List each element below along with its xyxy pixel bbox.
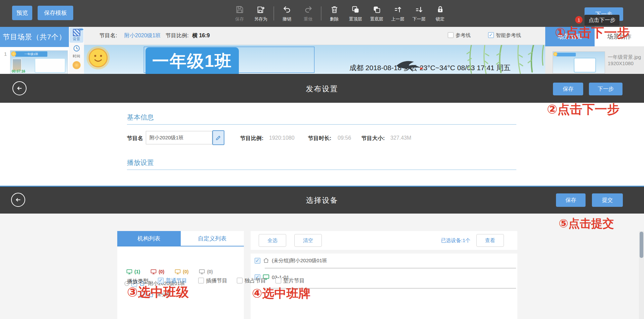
tutorial-step-badge: 1 xyxy=(575,16,583,24)
warning-device-count: (0) xyxy=(174,269,188,275)
device-group-row[interactable]: (未分组)附小2020级01班 xyxy=(255,257,327,264)
background-asset-label: 一年级背景.jpg 1920X1080 xyxy=(608,54,641,66)
asset-filename: 一年级背景.jpg xyxy=(608,54,641,60)
scrollbar-thumb[interactable] xyxy=(640,232,643,258)
filler-program-checkbox[interactable] xyxy=(275,278,281,283)
whiteboard-graphic xyxy=(35,58,66,73)
tab-custom-list[interactable]: 自定义列表 xyxy=(181,231,244,246)
edit-name-button[interactable] xyxy=(212,130,224,145)
sun-graphic xyxy=(85,45,114,74)
device-save-button[interactable]: 保存 xyxy=(556,193,586,207)
pencil-icon xyxy=(215,134,222,141)
save-as-icon xyxy=(256,5,265,15)
student-photo-graphic xyxy=(12,59,22,71)
smart-refline-checkbox[interactable] xyxy=(488,32,494,38)
play-type-exclusive: 独占节目 xyxy=(237,277,266,284)
normal-program-checkbox[interactable] xyxy=(158,278,164,283)
toolbar-separator xyxy=(321,6,321,20)
save-as-tool-button[interactable]: 另存为 xyxy=(252,5,269,22)
view-selected-button[interactable]: 查看 xyxy=(476,234,504,247)
group-checkbox[interactable] xyxy=(255,258,260,264)
online-device-count: (1) xyxy=(126,269,140,275)
unknown-device-count: (0) xyxy=(199,269,213,275)
tutorial-tooltip: 点击下一步 xyxy=(585,15,619,26)
home-icon xyxy=(263,257,269,264)
thumb-title-strip xyxy=(556,53,576,56)
delete-tool-button[interactable]: 删除 xyxy=(326,5,343,22)
ratio-field-value: 1920:1080 xyxy=(269,135,295,141)
scrollbar[interactable] xyxy=(639,231,644,319)
publish-next-button[interactable]: 下一步 xyxy=(589,83,622,95)
section-divider xyxy=(127,124,516,125)
bring-to-front-tool-button[interactable]: 置顶层 xyxy=(347,5,364,22)
program-info-bar: 节目名: 附小2020级1班 节目比例: 横 16:9 参考线 智能参考线 xyxy=(83,27,545,45)
editor-toolbar: 保存 另存为 撤销 重做 删除 置顶层 置底层 上一层 xyxy=(231,3,448,24)
org-tree-box: 机构列表 自定义列表 (1) (0) (0) (0) xyxy=(117,231,244,319)
redo-tool-button[interactable]: 重做 xyxy=(300,5,316,22)
device-submit-button[interactable]: 提交 xyxy=(592,193,623,207)
annotation-step2: ②点击下一步 xyxy=(547,101,619,118)
duration-field-value: 09:56 xyxy=(338,135,351,141)
time-tool[interactable]: 时间 xyxy=(70,43,83,60)
widget-tool-column: 背景 时间 xyxy=(69,27,84,74)
select-device-title: 选择设备 xyxy=(0,195,644,206)
monitor-icon xyxy=(126,269,133,275)
play-type-insert: 插播节目 xyxy=(198,277,227,284)
save-template-button[interactable]: 保存模板 xyxy=(38,6,73,20)
insert-program-checkbox[interactable] xyxy=(198,278,204,283)
ratio-field-label: 节目比例: xyxy=(240,135,263,142)
redo-icon xyxy=(304,5,313,15)
background-asset-thumbnail[interactable] xyxy=(553,51,605,74)
tab-org-list[interactable]: 机构列表 xyxy=(117,231,181,246)
program-name-value[interactable]: 附小2020级1班 xyxy=(124,32,161,39)
device-actions-strip: 全选 清空 已选设备:1个 查看 xyxy=(251,231,517,250)
scene-thumb-title: 一年级1班 xyxy=(15,51,47,57)
clear-button[interactable]: 清空 xyxy=(294,234,322,247)
annotation-step1: ①点击下一步 xyxy=(555,24,630,41)
device-selection-panel: 机构列表 自定义列表 (1) (0) (0) (0) xyxy=(0,214,644,319)
scene-list-title: 节目场景（共7个） xyxy=(0,27,69,47)
section-divider xyxy=(127,170,516,170)
program-name-field-label: 节目名 xyxy=(127,135,143,142)
play-type-filler: 垫片节目 xyxy=(275,277,305,284)
layer-up-tool-button[interactable]: 上一层 xyxy=(389,5,406,22)
undo-tool-button[interactable]: 撤销 xyxy=(278,5,295,22)
top-layer-icon xyxy=(351,5,360,15)
canvas-column: 节目名: 附小2020级1班 节目比例: 横 16:9 参考线 智能参考线 一年… xyxy=(83,27,545,74)
scene-canvas[interactable]: 一年级1班 成都 2018-08-18 多云 23°C~34°C 08/03 1… xyxy=(83,45,545,74)
toolbar-separator xyxy=(273,6,274,20)
exclusive-program-checkbox[interactable] xyxy=(237,278,243,283)
publish-save-button[interactable]: 保存 xyxy=(553,83,583,95)
size-field-label: 节目大小: xyxy=(361,135,385,142)
program-name-input[interactable] xyxy=(146,131,212,144)
save-tool-button[interactable]: 保存 xyxy=(231,5,248,22)
class-title-widget[interactable]: 一年级1班 xyxy=(145,47,239,74)
monitor-icon xyxy=(199,269,205,275)
publish-settings-title: 发布设置 xyxy=(0,84,644,94)
layer-down-tool-button[interactable]: 下一层 xyxy=(411,5,427,22)
annotation-step5: ⑤点击提交 xyxy=(559,216,614,231)
clock-icon xyxy=(73,45,80,53)
annotation-step4: ④选中班牌 xyxy=(252,285,310,302)
scene-index: 1 xyxy=(4,51,7,57)
asset-dimensions: 1920X1080 xyxy=(608,60,641,66)
sun-icon xyxy=(11,51,16,56)
refline-checkbox[interactable] xyxy=(448,32,454,38)
background-asset-row: 一年级背景.jpg 1920X1080 xyxy=(545,46,644,74)
lock-tool-button[interactable]: 锁定 xyxy=(432,5,448,22)
preview-button[interactable]: 预览 xyxy=(12,6,32,20)
send-to-back-tool-button[interactable]: 置底层 xyxy=(368,5,385,22)
sun-icon xyxy=(553,52,557,56)
weather-tool-icon[interactable] xyxy=(73,61,81,69)
program-ratio-value: 横 16:9 xyxy=(192,32,210,39)
play-settings-heading: 播放设置 xyxy=(127,158,154,167)
trash-icon xyxy=(330,5,339,15)
expand-panel-icon[interactable] xyxy=(80,28,83,31)
publish-settings-bar: 发布设置 保存 下一步 xyxy=(0,74,644,103)
select-all-button[interactable]: 全选 xyxy=(259,234,286,247)
scene-thumbnail[interactable]: 一年级1班 00:07:16 xyxy=(10,50,68,74)
layer-up-icon xyxy=(393,5,402,15)
list-divider xyxy=(265,268,516,268)
device-count-row: (1) (0) (0) (0) xyxy=(126,269,213,275)
scene-duration: 00:07:16 xyxy=(12,70,25,73)
